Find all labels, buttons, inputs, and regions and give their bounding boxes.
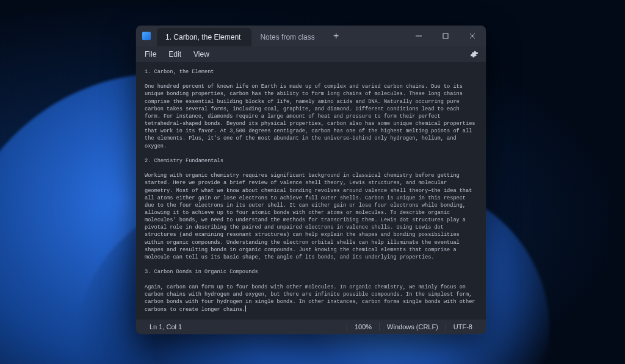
svg-rect-0	[443, 34, 448, 38]
document-content: 1. Carbon, the Element One hundred perce…	[145, 68, 477, 313]
new-tab-button[interactable]: +	[326, 26, 347, 46]
gear-icon	[470, 50, 479, 59]
paragraph: One hundred percent of known life on Ear…	[145, 84, 479, 149]
status-bar: Ln 1, Col 1 100% Windows (CRLF) UTF-8	[136, 319, 486, 334]
minimize-button[interactable]	[405, 26, 432, 46]
heading: 1. Carbon, the Element	[145, 69, 214, 75]
paragraph: Working with organic chemistry requires …	[145, 173, 475, 260]
close-icon	[469, 33, 475, 39]
tab-label: 1. Carbon, the Element	[165, 33, 240, 41]
titlebar[interactable]: 1. Carbon, the Element Notes from class …	[136, 26, 486, 46]
plus-icon: +	[333, 30, 339, 41]
status-zoom[interactable]: 100%	[347, 319, 379, 334]
tab-label: Notes from class	[260, 33, 314, 41]
tab-inactive[interactable]: Notes from class	[251, 28, 325, 46]
paragraph: Again, carbon can form up to four bonds …	[145, 284, 479, 313]
text-editor[interactable]: 1. Carbon, the Element One hundred perce…	[136, 62, 486, 319]
heading: 3. Carbon Bonds in Organic Compounds	[145, 269, 258, 275]
status-position[interactable]: Ln 1, Col 1	[142, 319, 189, 334]
titlebar-drag-region[interactable]	[347, 26, 405, 46]
close-button[interactable]	[459, 26, 486, 46]
maximize-button[interactable]	[432, 26, 459, 46]
minimize-icon	[416, 33, 422, 39]
menu-file[interactable]: File	[139, 48, 162, 60]
tab-strip: 1. Carbon, the Element Notes from class	[157, 26, 326, 46]
tab-active[interactable]: 1. Carbon, the Element	[157, 28, 251, 46]
heading: 2. Chemistry Fundamentals	[145, 158, 223, 164]
status-line-endings[interactable]: Windows (CRLF)	[380, 319, 446, 334]
menu-view[interactable]: View	[187, 48, 215, 60]
text-cursor	[245, 305, 246, 312]
maximize-icon	[443, 33, 449, 39]
status-encoding[interactable]: UTF-8	[446, 319, 480, 334]
settings-button[interactable]	[466, 46, 482, 62]
app-icon	[136, 26, 157, 46]
notepad-window: 1. Carbon, the Element Notes from class …	[136, 26, 486, 334]
menubar: File Edit View	[136, 46, 486, 62]
menu-edit[interactable]: Edit	[162, 48, 187, 60]
